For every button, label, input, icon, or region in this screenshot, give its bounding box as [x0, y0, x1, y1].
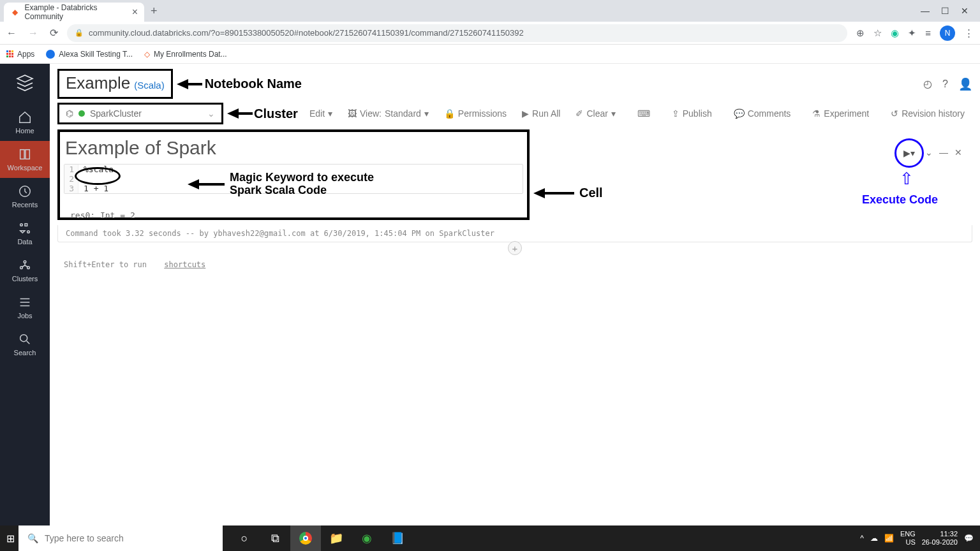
view-menu[interactable]: 🖼 View: Standard▾: [340, 108, 436, 119]
eraser-icon: ✐: [575, 108, 583, 119]
user-icon[interactable]: 👤: [958, 77, 972, 91]
lock-icon: 🔒: [444, 108, 455, 119]
start-button[interactable]: ⊞: [6, 533, 15, 545]
bookmark-alexa[interactable]: Alexa Skill Testing T...: [46, 50, 133, 59]
experiment-button[interactable]: ⚗Experiment: [805, 108, 877, 119]
apps-grid-icon: [6, 50, 13, 57]
bookmark-alexa-label: Alexa Skill Testing T...: [59, 50, 133, 59]
taskbar-search[interactable]: 🔍 Type here to search: [19, 525, 223, 551]
notebook-title-box[interactable]: Example (Scala): [57, 69, 173, 99]
comments-button[interactable]: 💬Comments: [726, 108, 799, 119]
line-number: 3: [64, 184, 78, 193]
permissions-label: Permissions: [458, 108, 507, 119]
cluster-selector[interactable]: ⌬ SparkCluster ⌄: [57, 103, 223, 124]
back-icon[interactable]: ←: [6, 27, 17, 39]
minimize-cell-icon[interactable]: —: [939, 147, 948, 158]
tray-lang[interactable]: ENG US: [900, 530, 916, 547]
url-text: community.cloud.databricks.com/?o=890153…: [89, 28, 524, 38]
notepad-icon[interactable]: 📘: [382, 525, 413, 551]
play-icon: ▶: [522, 108, 529, 119]
windows-taskbar: ⊞ 🔍 Type here to search ○ ⧉ 📁 ◉ 📘 ^ ☁ 📶 …: [0, 525, 980, 551]
edit-menu[interactable]: Edit▾: [302, 108, 340, 119]
file-explorer-icon[interactable]: 📁: [321, 525, 352, 551]
star-icon[interactable]: ☆: [873, 27, 882, 39]
annotation-arrow-icon: [533, 188, 574, 198]
svg-rect-1: [26, 150, 29, 159]
time-label: 11:32: [922, 530, 958, 538]
reading-list-icon[interactable]: ≡: [925, 27, 931, 38]
run-all-button[interactable]: ▶ Run All: [514, 108, 568, 119]
databricks-logo-icon[interactable]: [15, 73, 35, 95]
annotation-arrow-icon: [177, 79, 202, 89]
annotation-notebook-name: Notebook Name: [205, 77, 302, 91]
lang-label: ENG: [900, 530, 916, 538]
publish-label: Publish: [683, 108, 712, 119]
sidebar-item-label: Home: [15, 127, 34, 135]
sidebar-item-clusters[interactable]: Clusters: [0, 252, 50, 289]
bookmark-apps[interactable]: Apps: [6, 50, 34, 59]
search-icon: 🔍: [27, 533, 38, 543]
sidebar-item-workspace[interactable]: Workspace: [0, 141, 50, 178]
tray-chevron-up-icon[interactable]: ^: [860, 534, 864, 543]
svg-point-9: [20, 335, 27, 342]
permissions-button[interactable]: 🔒 Permissions: [436, 108, 514, 119]
menu-icon[interactable]: ⋮: [964, 27, 974, 39]
help-icon[interactable]: ?: [942, 78, 948, 90]
publish-button[interactable]: ⇪Publish: [664, 108, 720, 119]
annotation-magic-keyword: Magic Keyword to execute Spark Scala Cod…: [230, 172, 408, 197]
schedule-icon[interactable]: ◴: [923, 78, 932, 90]
app-icon[interactable]: ◉: [352, 525, 382, 551]
sidebar-item-label: Data: [17, 238, 32, 246]
run-hint: Shift+Enter to run: [64, 260, 147, 269]
locale-label: US: [900, 538, 916, 547]
task-view-icon[interactable]: ⧉: [260, 525, 290, 551]
bookmark-icon: [46, 50, 55, 59]
address-bar: ← → ⟳ 🔒 community.cloud.databricks.com/?…: [0, 22, 980, 45]
sidebar-item-recents[interactable]: Recents: [0, 178, 50, 215]
sidebar-item-label: Clusters: [12, 275, 38, 283]
cortana-icon[interactable]: ○: [229, 525, 260, 551]
close-window-icon[interactable]: ✕: [961, 6, 969, 16]
maximize-icon[interactable]: ☐: [941, 6, 949, 16]
sidebar-item-search[interactable]: Search: [0, 326, 50, 363]
wifi-icon[interactable]: 📶: [884, 534, 894, 543]
add-cell-button[interactable]: +: [508, 241, 522, 255]
experiment-label: Experiment: [824, 108, 869, 119]
chevron-down-icon[interactable]: ⌄: [925, 147, 933, 158]
close-cell-icon[interactable]: ✕: [954, 147, 962, 158]
extensions-icon[interactable]: ✦: [908, 27, 916, 39]
notifications-icon[interactable]: 💬: [964, 534, 974, 543]
chevron-down-icon: ⌄: [207, 108, 215, 119]
bookmark-enroll[interactable]: ◇ My Enrollments Dat...: [144, 50, 227, 59]
browser-tab[interactable]: ◆ Example - Databricks Community ×: [4, 3, 144, 22]
chrome-icon[interactable]: [290, 525, 321, 551]
cluster-name: SparkCluster: [90, 108, 142, 119]
sidebar-item-label: Recents: [12, 201, 38, 209]
zoom-icon[interactable]: ⊕: [856, 27, 865, 39]
profile-avatar[interactable]: N: [940, 26, 955, 41]
minimize-icon[interactable]: —: [921, 6, 930, 16]
close-tab-icon[interactable]: ×: [132, 6, 138, 18]
forward-icon[interactable]: →: [28, 27, 38, 39]
cluster-status-dot-icon: [78, 110, 85, 117]
onedrive-icon[interactable]: ☁: [870, 534, 878, 543]
grammarly-icon[interactable]: ◉: [891, 27, 899, 39]
run-cell-button[interactable]: ▶▾: [895, 138, 924, 168]
sidebar-item-label: Jobs: [17, 312, 32, 320]
url-field[interactable]: 🔒 community.cloud.databricks.com/?o=8901…: [67, 24, 847, 42]
reload-icon[interactable]: ⟳: [50, 27, 58, 39]
revision-history-button[interactable]: ↺Revision history: [883, 108, 972, 119]
tray-clock[interactable]: 11:32 26-09-2020: [922, 530, 958, 547]
new-tab-button[interactable]: +: [151, 4, 158, 18]
annotation-arrow-icon: [227, 108, 253, 119]
sidebar-item-data[interactable]: Data: [0, 215, 50, 252]
cell-action-icons: ⌄ — ✕: [925, 147, 962, 158]
sidebar-item-home[interactable]: Home: [0, 104, 50, 141]
shortcuts-link[interactable]: shortcuts: [164, 260, 205, 269]
history-icon: ↺: [891, 108, 898, 119]
image-icon: 🖼: [348, 108, 357, 119]
sidebar-item-jobs[interactable]: Jobs: [0, 289, 50, 326]
clear-menu[interactable]: ✐ Clear▾: [568, 108, 623, 119]
keyboard-icon[interactable]: ⌨: [630, 108, 658, 119]
bookmark-icon: ◇: [144, 50, 150, 59]
